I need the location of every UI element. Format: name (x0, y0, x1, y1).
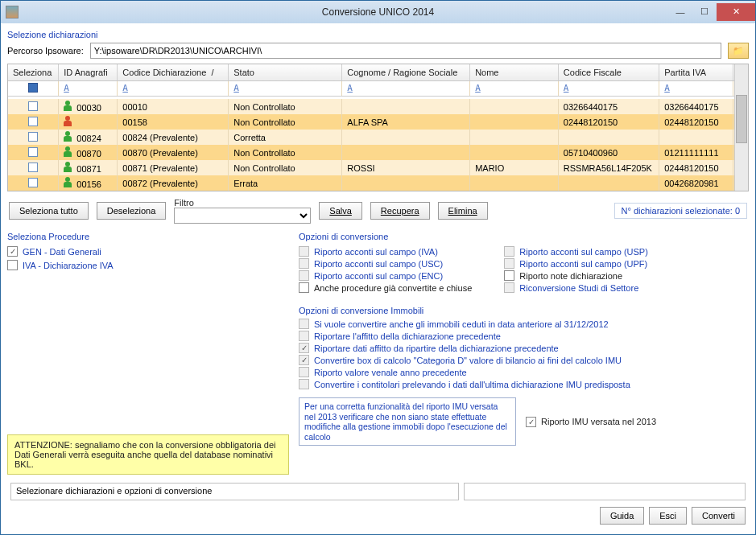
row-checkbox[interactable] (28, 163, 38, 172)
row-checkbox[interactable] (28, 178, 38, 187)
row-checkbox[interactable] (28, 147, 38, 157)
counter-label: N° dichiarazioni selezionate: 0 (614, 203, 747, 219)
row-checkbox[interactable] (28, 101, 38, 111)
filtro-select[interactable] (174, 208, 311, 224)
check-riporto-imu[interactable] (526, 417, 536, 427)
cell-stato: Errata (229, 175, 342, 191)
col-codice[interactable]: Codice Dichiarazione / (118, 64, 229, 80)
esci-button[interactable]: Esci (649, 507, 687, 525)
percorso-input[interactable] (90, 43, 721, 59)
cell-cognome (342, 130, 470, 145)
elimina-button[interactable]: Elimina (438, 202, 488, 220)
col-idanagrafi[interactable]: ID Anagrafi (59, 64, 118, 80)
cell-codice: 00010 (118, 99, 229, 114)
seleziona-tutto-button[interactable]: Seleziona tutto (9, 202, 89, 220)
table-row[interactable]: 0087100871 (Prevalente)Non ControllatoRO… (8, 160, 748, 175)
filter-stato[interactable]: A (229, 80, 342, 96)
cell-stato: Non Controllato (229, 114, 342, 130)
col-cf[interactable]: Codice Fiscale (558, 64, 659, 80)
filter-nome[interactable]: A (470, 80, 559, 96)
riporto-imu-label: Riporto IMU versata nel 2013 (541, 417, 656, 426)
cell-codice: 00872 (Prevalente) (118, 175, 229, 191)
status-right (464, 483, 746, 500)
check-opt-note[interactable] (504, 270, 514, 281)
cell-cf: 02448120150 (558, 114, 659, 130)
col-nome[interactable]: Nome (470, 64, 559, 80)
cell-cf (558, 175, 659, 191)
procedures-title: Seleziona Procedure (7, 232, 289, 241)
col-cognome[interactable]: Cognome / Ragione Sociale (342, 64, 470, 80)
vertical-scrollbar[interactable] (734, 64, 748, 191)
cell-codice: 00824 (Prevalente) (118, 130, 229, 145)
col-seleziona[interactable]: Seleziona (8, 64, 59, 80)
check-imm-5 (299, 379, 309, 389)
opts-title: Opzioni di conversione (299, 232, 749, 241)
person-icon (64, 162, 72, 172)
row-checkbox[interactable] (28, 117, 38, 126)
filter-piva[interactable]: A (659, 80, 733, 96)
cell-cognome (342, 145, 470, 160)
table-row[interactable]: 0015600872 (Prevalente)Errata00426820981 (8, 175, 748, 191)
row-checkbox[interactable] (28, 132, 38, 142)
person-icon (64, 116, 72, 126)
person-icon (64, 101, 72, 111)
filter-cognome[interactable]: A (342, 80, 470, 96)
table-row[interactable]: 0087000870 (Prevalente)Non Controllato05… (8, 145, 748, 160)
check-opt-anche[interactable] (299, 282, 309, 293)
cell-nome (470, 114, 559, 130)
imm-5-label: Convertire i contitolari prelevando i da… (314, 380, 630, 389)
opt-usp-label: Riporto acconti sul campo (USP) (519, 247, 648, 257)
col-stato[interactable]: Stato (229, 64, 342, 80)
cell-cf: 05710400960 (558, 145, 659, 160)
cell-codice: 00871 (Prevalente) (118, 160, 229, 175)
salva-button[interactable]: Salva (319, 202, 362, 220)
check-opt-studi (504, 282, 514, 293)
opt-usc-label: Riporto acconti sul campo (USC) (314, 259, 443, 269)
filter-codice[interactable]: A (118, 80, 229, 96)
imm-2-label: Riportare dati affitto da ripartire dell… (314, 344, 559, 353)
filter-idana[interactable]: A (59, 80, 118, 96)
imm-0-label: Si vuole convertire anche gli immobili c… (314, 319, 609, 329)
section-selezione-label: Selezione dichiarazioni (7, 30, 749, 39)
check-imm-2 (299, 343, 309, 353)
cell-cf: 03266440175 (558, 99, 659, 114)
cell-nome (470, 99, 559, 114)
converti-button[interactable]: Converti (692, 507, 746, 525)
opt-enc-label: Riporto acconti sul campo (ENC) (314, 271, 443, 281)
cell-cognome: ALFA SPA (342, 114, 470, 130)
table-row[interactable]: 0003000010Non Controllato032664401750326… (8, 99, 748, 114)
browse-button[interactable]: 📁 (728, 43, 749, 59)
cell-codice: 00870 (Prevalente) (118, 145, 229, 160)
col-piva[interactable]: Partita IVA (659, 64, 733, 80)
deseleziona-button[interactable]: Deseleziona (97, 202, 167, 220)
filter-row[interactable]: A A A A A A A (8, 80, 748, 96)
cell-stato: Non Controllato (229, 160, 342, 175)
check-opt-upf (504, 258, 514, 269)
check-gen[interactable] (7, 246, 18, 257)
cell-piva (659, 130, 733, 145)
filter-select-all[interactable] (28, 83, 38, 93)
recupera-button[interactable]: Recupera (370, 202, 430, 220)
guida-button[interactable]: Guida (600, 507, 644, 525)
check-opt-enc (299, 270, 309, 281)
cell-piva: 02448120150 (659, 114, 733, 130)
person-icon (64, 131, 72, 142)
cell-nome (470, 130, 559, 145)
opt-studi-label: Riconversione Studi di Settore (519, 283, 638, 293)
check-imm-4 (299, 367, 309, 377)
imm-4-label: Riporto valore venale anno precedente (314, 368, 467, 377)
iva-label: IVA - Dichiarazione IVA (23, 261, 114, 270)
cell-cf (558, 130, 659, 145)
cell-nome (470, 145, 559, 160)
folder-icon: 📁 (733, 46, 744, 56)
window-title: Conversione UNICO 2014 (1, 6, 755, 18)
cell-stato: Non Controllato (229, 99, 342, 114)
table-row[interactable]: 0082400824 (Prevalente)Corretta (8, 130, 748, 145)
filter-cf[interactable]: A (558, 80, 659, 96)
opt-anche-label: Anche procedure già convertite e chiuse (314, 283, 472, 293)
cell-cognome: ROSSI (342, 160, 470, 175)
table-row[interactable]: 00158Non ControllatoALFA SPA024481201500… (8, 114, 748, 130)
opt-upf-label: Riporto acconti sul campo (UPF) (519, 259, 647, 269)
warning-box: ATTENZIONE: segnaliamo che con la conver… (7, 434, 289, 475)
check-iva[interactable] (7, 260, 18, 270)
